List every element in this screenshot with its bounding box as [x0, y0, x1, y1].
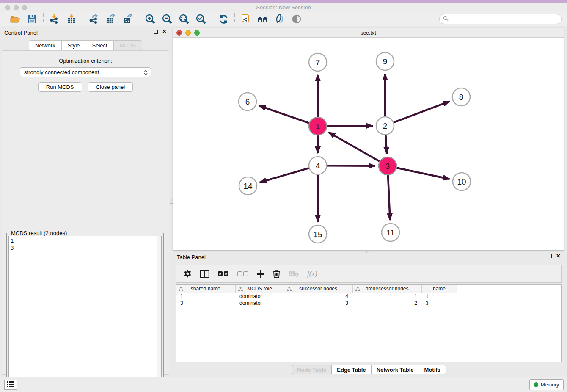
control-panel-title: Control Panel: [4, 30, 38, 36]
delete-table-icon: [289, 271, 299, 277]
graph-edge-1-2[interactable]: [327, 126, 373, 126]
graph-edge-2-8[interactable]: [394, 101, 450, 122]
table-panel: Table Panel ✕ f(x): [173, 252, 565, 375]
mcds-panel-body: Optimization criterion: strongly connect…: [2, 50, 169, 375]
graph-node-label-1: 1: [316, 122, 320, 131]
column-type-icon: [238, 287, 243, 293]
optimization-criterion-label: Optimization criterion:: [2, 58, 169, 64]
column-layout-icon[interactable]: [200, 270, 209, 278]
function-builder-icon: f(x): [307, 270, 317, 278]
window-chrome-strip: [0, 0, 567, 3]
network-window-titlebar[interactable]: ✕ − + scc.txt: [173, 28, 564, 38]
graph-node-label-8: 8: [459, 93, 464, 102]
select-all-icon[interactable]: [218, 271, 229, 276]
column-type-icon: [179, 287, 183, 293]
export-table-icon[interactable]: [105, 13, 117, 25]
mcds-result-text[interactable]: 1 3: [8, 236, 157, 390]
search-box[interactable]: [439, 14, 562, 24]
graph-edge-3-11[interactable]: [388, 175, 390, 220]
graph-edge-2-3[interactable]: [385, 135, 387, 154]
mcds-result-scrollbar[interactable]: [157, 236, 162, 390]
graph-edge-4-14[interactable]: [260, 168, 309, 182]
graph-node-label-15: 15: [313, 230, 322, 239]
network-window-title: scc.txt: [173, 30, 564, 36]
column-header-shared-name[interactable]: shared name: [176, 285, 235, 293]
column-header-name[interactable]: name: [421, 285, 457, 293]
tab-node-table[interactable]: Node Table: [292, 365, 331, 374]
add-column-icon[interactable]: [257, 270, 264, 278]
graph-edge-4-3[interactable]: [327, 166, 375, 166]
export-image-icon[interactable]: [122, 13, 134, 25]
homes-icon[interactable]: [257, 13, 269, 25]
table-panel-resize-grip[interactable]: [366, 251, 370, 253]
style-brush-icon[interactable]: [274, 13, 286, 25]
tab-select[interactable]: Select: [86, 40, 113, 50]
gear-icon[interactable]: [184, 270, 192, 278]
status-bar: Memory: [0, 377, 567, 392]
tab-mcds[interactable]: MCDS: [113, 40, 142, 50]
float-panel-icon[interactable]: [154, 30, 158, 34]
run-mcds-button[interactable]: Run MCDS: [38, 82, 82, 92]
close-table-panel-icon[interactable]: ✕: [556, 254, 561, 258]
list-icon: [7, 381, 14, 389]
tab-edge-table[interactable]: Edge Table: [331, 365, 371, 374]
zoom-in-icon[interactable]: [144, 13, 156, 25]
import-network-icon[interactable]: [49, 13, 61, 25]
graph-node-label-4: 4: [316, 161, 320, 170]
node-table[interactable]: shared name MCDS role successor nodes pr…: [176, 284, 562, 362]
column-header-successor-nodes[interactable]: successor nodes: [284, 285, 352, 293]
graph-edge-3-10[interactable]: [397, 168, 450, 179]
task-history-button[interactable]: [4, 380, 17, 390]
open-folder-icon[interactable]: [9, 13, 21, 25]
network-window: ✕ − + scc.txt 7968124314101511: [173, 28, 564, 251]
memory-label: Memory: [541, 382, 559, 388]
main-toolbar: [0, 12, 567, 26]
birdseye-icon[interactable]: [291, 13, 303, 25]
column-header-predecessor-nodes[interactable]: predecessor nodes: [352, 285, 421, 293]
session-docs-icon[interactable]: [240, 13, 252, 25]
close-panel-button[interactable]: Close panel: [88, 82, 133, 92]
window-title: Session: New Session: [0, 4, 567, 11]
export-network-icon[interactable]: [88, 13, 100, 25]
control-panel-tabs: Network Style Select MCDS: [0, 40, 171, 50]
column-type-icon: [355, 287, 360, 293]
zoom-out-icon[interactable]: [161, 13, 173, 25]
float-table-panel-icon[interactable]: [548, 254, 552, 258]
zoom-selected-icon[interactable]: [195, 13, 207, 25]
save-icon[interactable]: [26, 13, 38, 25]
deselect-all-icon[interactable]: [237, 271, 248, 276]
table-panel-tabs: Node Table Edge Table Network Table Moti…: [173, 365, 565, 374]
close-panel-icon[interactable]: ✕: [162, 30, 167, 34]
table-row[interactable]: 1 dominator 4 1 1: [176, 293, 457, 300]
memory-status-icon: [534, 382, 538, 387]
zoom-fit-icon[interactable]: [178, 13, 190, 25]
memory-button[interactable]: Memory: [529, 379, 564, 390]
table-row[interactable]: 3 dominator 3 2 3: [176, 300, 457, 306]
network-graph[interactable]: 7968124314101511: [173, 38, 564, 250]
network-canvas[interactable]: 7968124314101511: [173, 38, 564, 250]
tab-style[interactable]: Style: [61, 40, 86, 50]
optimization-criterion-value: strongly connected component: [24, 69, 99, 75]
graph-edge-3-1[interactable]: [328, 132, 380, 161]
mcds-result-title: MCDS result (2 nodes): [9, 230, 69, 236]
graph-node-label-7: 7: [316, 58, 320, 67]
optimization-criterion-select[interactable]: strongly connected component: [20, 67, 151, 77]
graph-node-label-11: 11: [386, 228, 395, 237]
graph-edge-1-6[interactable]: [259, 106, 309, 123]
column-type-icon: [287, 287, 292, 293]
tab-network[interactable]: Network: [29, 40, 61, 50]
table-toolbar: f(x): [176, 265, 562, 283]
column-header-mcds-role[interactable]: MCDS role: [235, 285, 284, 293]
mcds-result-box: MCDS result (2 nodes) 1 3: [6, 233, 164, 392]
graph-node-label-3: 3: [385, 162, 390, 171]
table-panel-title: Table Panel: [177, 254, 206, 260]
import-table-icon[interactable]: [66, 13, 77, 25]
search-input[interactable]: [450, 15, 561, 23]
apply-layout-icon[interactable]: [217, 13, 229, 25]
delete-icon[interactable]: [273, 270, 280, 278]
graph-node-label-14: 14: [243, 182, 253, 190]
tab-motifs[interactable]: Motifs: [419, 365, 446, 374]
control-panel: Control Panel ✕ Network Style Select MCD…: [0, 26, 171, 377]
tab-network-table[interactable]: Network Table: [371, 365, 419, 374]
graph-node-label-6: 6: [245, 97, 250, 106]
